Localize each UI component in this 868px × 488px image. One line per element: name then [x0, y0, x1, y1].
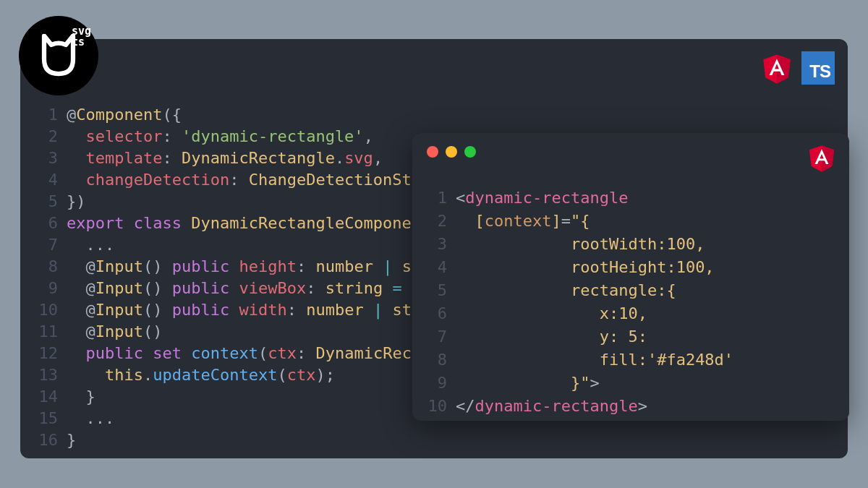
close-icon[interactable]	[427, 146, 438, 158]
line-number: 8	[424, 348, 447, 372]
line-number: 1	[424, 187, 447, 210]
code-token: selector	[67, 127, 162, 145]
code-token: svg	[344, 149, 373, 167]
code-token: rootHeight:100,	[456, 258, 715, 276]
code-token: :	[229, 171, 249, 189]
line-number: 10	[32, 299, 58, 321]
code-token: number	[315, 257, 373, 275]
code-token: public	[172, 301, 239, 319]
code-token: @	[67, 322, 95, 341]
code-token: ]	[551, 212, 561, 230]
code-line: 5 rectangle:{	[424, 279, 849, 302]
line-number: 10	[424, 395, 447, 418]
typescript-icon: TS	[801, 51, 835, 85]
code-token: );	[315, 366, 335, 384]
code-token: .	[335, 149, 344, 167]
code-token: >	[590, 374, 599, 392]
code-token: |	[364, 301, 393, 319]
line-number: 7	[424, 325, 447, 348]
code-token: "{	[571, 212, 590, 230]
code-token: template	[67, 149, 162, 167]
code-token: .	[143, 366, 153, 384]
code-token: 'dynamic-rectangle'	[182, 127, 364, 145]
code-token: ctx	[287, 366, 316, 384]
code-token: :	[287, 301, 307, 319]
code-token: y: 5:	[456, 328, 647, 346]
code-token: |	[373, 257, 402, 275]
minimize-icon[interactable]	[446, 146, 457, 158]
code-token: (	[277, 366, 286, 384]
code-token: width	[239, 301, 286, 319]
code-token: @	[67, 106, 76, 124]
logo-text-ts: ts	[72, 37, 91, 48]
code-token: viewBox	[239, 279, 306, 297]
code-line: 10</dynamic-rectangle>	[424, 395, 849, 418]
angular-icon	[761, 51, 793, 85]
code-token: Input	[95, 279, 143, 297]
code-token: >	[638, 397, 647, 415]
ts-badge-label: TS	[809, 61, 830, 82]
code-token: </	[456, 397, 475, 415]
code-token: Input	[95, 301, 143, 319]
code-token: rectangle:{	[456, 281, 676, 299]
code-token: public	[67, 344, 153, 362]
code-line: 7 y: 5:	[424, 325, 849, 348]
code-token: dynamic-rectangle	[475, 397, 638, 415]
code-token: public	[172, 279, 239, 297]
line-number: 14	[32, 386, 58, 408]
line-number: 9	[32, 278, 58, 299]
code-token: @	[67, 279, 95, 297]
code-token: :	[162, 149, 182, 167]
code-token: ()	[143, 322, 163, 341]
code-line: 4 rootHeight:100,	[424, 256, 849, 279]
code-token: :	[306, 279, 326, 297]
line-number: 7	[32, 234, 58, 256]
overlay-editor-window: 1<dynamic-rectangle2 [context]="{3 rootW…	[412, 133, 849, 421]
overlay-code-block[interactable]: 1<dynamic-rectangle2 [context]="{3 rootW…	[412, 146, 849, 418]
code-token: :	[162, 127, 182, 145]
code-token: ()	[143, 301, 172, 319]
line-number: 6	[424, 302, 447, 325]
code-token: fill:'#fa248d'	[456, 351, 733, 369]
code-line: 6 x:10,	[424, 302, 849, 325]
code-token: DynamicRectangle	[182, 149, 335, 167]
line-number: 1	[32, 104, 58, 126]
code-line: 8 fill:'#fa248d'	[424, 348, 849, 372]
code-token: ()	[143, 279, 172, 297]
line-number: 2	[424, 210, 447, 233]
code-line: 9 }">	[424, 372, 849, 395]
code-token: rootWidth:100,	[456, 235, 705, 253]
code-token: =	[561, 212, 571, 230]
line-number: 2	[32, 126, 58, 147]
code-token: ({	[162, 106, 182, 124]
code-token: <	[456, 189, 465, 207]
line-number: 13	[32, 364, 58, 386]
code-token: ()	[143, 257, 172, 275]
code-line: 16}	[32, 429, 848, 451]
line-number: 3	[32, 147, 58, 169]
line-number: 4	[32, 169, 58, 191]
code-token: export	[67, 214, 134, 232]
code-token: context	[191, 344, 258, 362]
line-number: 12	[32, 343, 58, 364]
code-token: this	[67, 366, 143, 384]
maximize-icon[interactable]	[464, 146, 476, 158]
code-token: public	[172, 257, 239, 275]
code-token: }	[67, 431, 76, 449]
code-token: ...	[67, 236, 114, 254]
code-token: (	[258, 344, 268, 362]
code-token: }"	[456, 374, 590, 392]
line-number: 5	[424, 279, 447, 302]
line-number: 4	[424, 256, 447, 279]
code-line: 1<dynamic-rectangle	[424, 187, 849, 210]
code-token: x:10,	[456, 304, 647, 322]
code-token: @	[67, 257, 95, 275]
line-number: 16	[32, 429, 58, 451]
code-token: changeDetection	[67, 171, 229, 189]
code-token: updateContext	[153, 366, 277, 384]
code-token: class	[134, 214, 191, 232]
code-token: string	[326, 279, 383, 297]
code-token: }	[67, 388, 95, 406]
line-number: 8	[32, 256, 58, 278]
code-token: :	[297, 257, 316, 275]
